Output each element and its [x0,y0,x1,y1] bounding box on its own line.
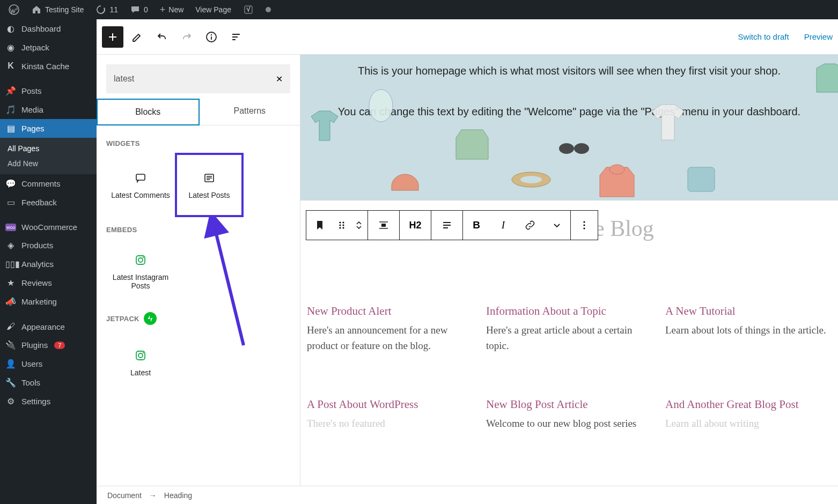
plugin-badge: 7 [54,342,65,349]
users-icon: 👤 [5,359,16,369]
post-card[interactable]: New Product AlertHere's an announcement … [307,303,474,353]
preview-link[interactable]: Preview [804,32,833,41]
post-card[interactable]: New Blog Post ArticleWelcome to our new … [486,397,653,432]
details-button[interactable] [201,26,222,48]
breadcrumb-current[interactable]: Heading [164,491,192,500]
outline-button[interactable] [225,26,247,48]
bold-button[interactable]: B [463,211,490,240]
drag-icon [335,219,348,232]
text-align-button[interactable] [431,211,462,240]
menu-reviews[interactable]: ★Reviews [0,273,97,292]
italic-button[interactable]: I [490,211,517,240]
post-excerpt: Learn about lots of things in the articl… [665,323,833,338]
sweater-deco-icon [682,162,720,194]
menu-tools[interactable]: 🔧Tools [0,373,97,392]
wordpress-icon [9,4,19,15]
menu-plugins[interactable]: 🔌Plugins7 [0,336,97,354]
post-title: New Blog Post Article [486,397,653,412]
post-card[interactable]: And Another Great Blog PostLearn all abo… [665,397,833,432]
switch-to-draft-link[interactable]: Switch to draft [738,32,789,41]
dashboard-icon: ◐ [5,24,16,34]
svg-rect-18 [688,167,715,191]
menu-marketing[interactable]: 📣Marketing [0,292,97,311]
link-icon [524,219,536,232]
post-excerpt: Here's an announcement for a new product… [307,323,474,353]
svg-point-17 [609,165,624,174]
menu-jetpack[interactable]: ◉Jetpack [0,38,97,57]
hanger-deco-icon [365,81,397,124]
block-latest-comments[interactable]: Latest Comments [106,153,175,217]
megaphone-icon: 📣 [5,297,16,307]
post-title: And Another Great Blog Post [665,397,833,412]
view-page-item[interactable]: View Page [191,5,236,14]
submenu-add-new[interactable]: Add New [0,156,97,171]
comments-item[interactable]: 0 [126,4,152,15]
info-icon [205,31,218,43]
menu-feedback[interactable]: ▭Feedback [0,193,97,212]
svg-point-27 [583,224,585,226]
redo-button[interactable] [176,26,197,48]
more-rich-button[interactable] [543,211,570,240]
editor-canvas[interactable]: This is your homepage which is what most… [300,55,838,504]
sliders-icon: ⚙ [5,396,16,406]
post-card[interactable]: A Post About WordPressThere's no feature… [307,397,474,432]
breadcrumb-document[interactable]: Document [107,491,142,500]
list-icon [230,31,242,43]
inserter-search-input[interactable] [114,74,276,84]
svg-point-16 [520,176,542,183]
menu-products[interactable]: ◈Products [0,236,97,255]
updates-item[interactable]: 11 [91,4,122,15]
jacket-deco-icon [451,124,494,162]
tab-blocks[interactable]: Blocks [97,99,200,125]
svg-point-11 [143,352,144,353]
tab-patterns[interactable]: Patterns [200,99,300,125]
toggle-inserter-button[interactable] [102,26,123,48]
submenu-pages: All Pages Add New [0,138,97,174]
block-breadcrumb: Document → Heading [97,486,838,504]
site-name: Testing Site [45,5,84,14]
move-handles[interactable] [350,211,367,240]
plugin-icon: 🔌 [5,340,16,350]
submenu-all-pages[interactable]: All Pages [0,141,97,156]
latest-posts-row2: A Post About WordPressThere's no feature… [307,397,833,432]
menu-users[interactable]: 👤Users [0,354,97,373]
menu-kinsta[interactable]: KKinsta Cache [0,57,97,75]
yoast-item[interactable] [239,4,258,15]
clear-search-icon[interactable]: ✕ [276,74,283,84]
undo-icon [156,31,168,43]
menu-analytics[interactable]: ▯▯▮Analytics [0,255,97,273]
site-name-item[interactable]: Testing Site [27,4,88,15]
svg-point-20 [342,221,344,223]
section-widgets-title: WIDGETS [97,131,300,153]
block-jetpack-latest[interactable]: Latest [106,330,175,395]
heading-placeholder[interactable]: e Blog [594,216,654,241]
heading-level-button[interactable]: H2 [400,211,431,240]
edit-mode-button[interactable] [127,26,148,48]
menu-dashboard[interactable]: ◐Dashboard [0,19,97,38]
dot-icon [266,7,271,12]
menu-pages[interactable]: ▤Pages [0,119,97,138]
block-latest-posts[interactable]: Latest Posts [175,153,244,217]
drag-handle[interactable] [333,211,350,240]
status-dot[interactable] [261,7,275,12]
post-title: A New Tutorial [665,303,833,318]
menu-woocommerce[interactable]: wooWooCommerce [0,218,97,236]
menu-media[interactable]: 🎵Media [0,100,97,119]
more-options-button[interactable] [571,211,598,240]
plus-icon: + [160,4,166,16]
post-card[interactable]: A New TutorialLearn about lots of things… [665,303,833,353]
menu-posts[interactable]: 📌Posts [0,81,97,100]
block-latest-instagram[interactable]: Latest Instagram Posts [106,239,175,303]
post-card[interactable]: Information About a TopicHere's a great … [486,303,653,353]
block-type-button[interactable] [306,211,333,240]
inserter-search[interactable]: ✕ [106,64,290,93]
new-item[interactable]: + New [156,4,188,16]
link-button[interactable] [517,211,543,240]
wp-logo[interactable] [4,4,24,15]
menu-comments[interactable]: 💬Comments [0,174,97,193]
menu-settings[interactable]: ⚙Settings [0,392,97,411]
undo-button[interactable] [151,26,173,48]
admin-bar: Testing Site 11 0 + New View Page [0,0,838,19]
align-button[interactable] [368,211,399,240]
menu-appearance[interactable]: 🖌Appearance [0,317,97,336]
